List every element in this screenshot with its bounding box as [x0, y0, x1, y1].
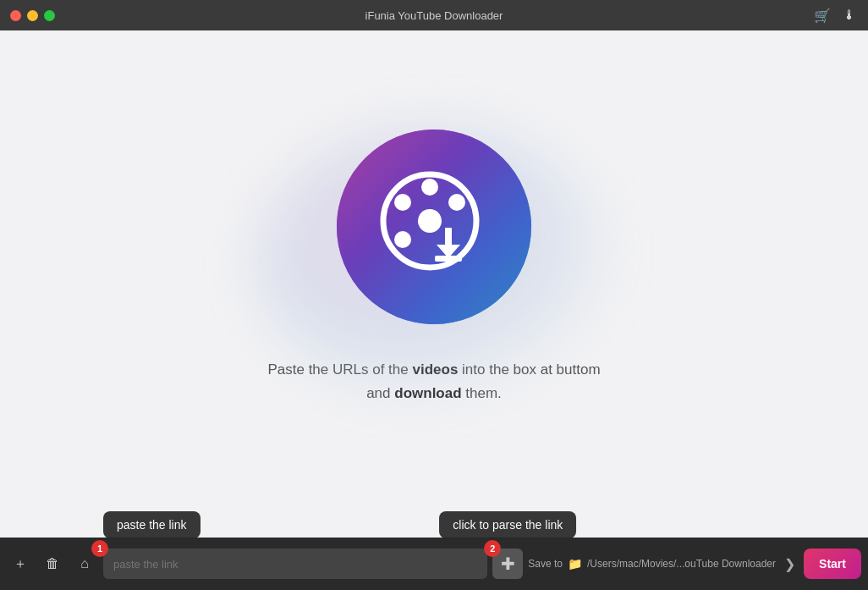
- start-button[interactable]: Start: [804, 549, 861, 579]
- logo-container: [337, 130, 531, 324]
- main-content: Paste the URLs of the videos into the bo…: [0, 30, 868, 538]
- instruction-text: Paste the URLs of the videos into the bo…: [267, 358, 600, 404]
- url-input-wrapper: 1 paste the link: [103, 549, 487, 579]
- parse-btn-wrapper: 2 click to parse the link ✚: [492, 549, 523, 579]
- save-section: Save to 📁 /Users/mac/Movies/...ouTube Do…: [528, 556, 799, 572]
- save-path: /Users/mac/Movies/...ouTube Downloader: [587, 558, 776, 570]
- save-path-arrow[interactable]: ❯: [781, 556, 799, 572]
- window-controls: [10, 10, 55, 21]
- url-input[interactable]: [103, 549, 487, 579]
- save-to-label: Save to: [528, 558, 563, 570]
- add-button[interactable]: ＋: [7, 550, 34, 577]
- svg-rect-8: [435, 256, 462, 262]
- svg-point-4: [394, 231, 411, 248]
- delete-button[interactable]: 🗑: [39, 550, 66, 577]
- close-button[interactable]: [10, 10, 21, 21]
- thermometer-icon[interactable]: 🌡: [843, 8, 856, 23]
- app-title: iFunia YouTube Downloader: [365, 9, 503, 22]
- add-icon: ＋: [14, 555, 27, 573]
- title-bar: iFunia YouTube Downloader 🛒 🌡: [0, 0, 868, 30]
- logo-icon: [379, 170, 489, 284]
- trash-icon: 🗑: [46, 556, 59, 571]
- svg-point-2: [448, 194, 465, 211]
- bottom-bar: ＋ 🗑 ⌂ 1 paste the link 2 click to parse …: [0, 538, 868, 590]
- minimize-button[interactable]: [27, 10, 38, 21]
- svg-rect-6: [445, 228, 452, 246]
- svg-point-3: [394, 194, 411, 211]
- svg-point-5: [418, 209, 442, 233]
- plus-icon: ✚: [501, 554, 515, 574]
- home-icon: ⌂: [80, 556, 89, 571]
- maximize-button[interactable]: [44, 10, 55, 21]
- title-actions: 🛒 🌡: [814, 8, 856, 24]
- folder-icon: 📁: [568, 557, 582, 571]
- svg-point-1: [421, 179, 438, 196]
- app-logo: [337, 130, 531, 324]
- cart-icon[interactable]: 🛒: [814, 8, 831, 24]
- badge-1: 1: [91, 540, 108, 557]
